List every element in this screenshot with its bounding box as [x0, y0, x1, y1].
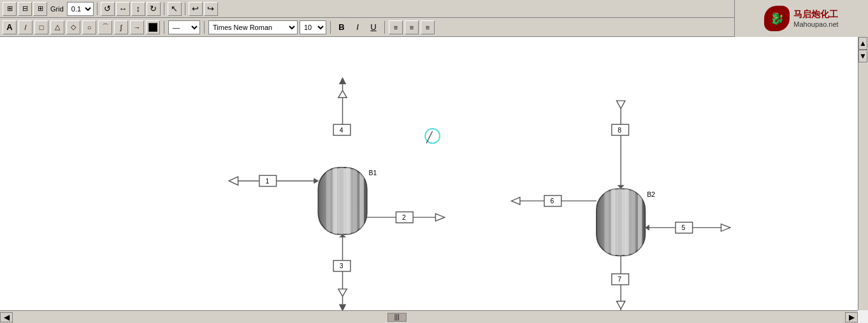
svg-rect-7	[346, 168, 351, 234]
stream7-bottom-arrow	[616, 301, 625, 309]
node5-label: 5	[681, 224, 685, 231]
separator-5	[204, 21, 205, 34]
stream8-top-arrow	[616, 101, 625, 108]
line-style-select[interactable]: — - - ···	[168, 20, 200, 34]
svg-rect-6	[340, 168, 344, 234]
stream6-left-arrow	[512, 197, 520, 205]
align-center-icon[interactable]: ≡	[405, 20, 419, 34]
cursor	[425, 129, 440, 143]
font-name-select[interactable]: Times New Roman	[208, 20, 298, 34]
scroll-indicator: |||	[394, 313, 400, 320]
svg-rect-14	[618, 189, 622, 255]
scroll-up-btn[interactable]: ▲	[858, 37, 867, 50]
watermark-line1: 马启炮化工	[793, 9, 838, 20]
line-tool-icon[interactable]: /	[18, 20, 33, 34]
flip-h-icon[interactable]: ↔	[116, 2, 130, 16]
stream3-arrowhead2	[339, 304, 346, 310]
stream4-top-arrow	[338, 90, 347, 97]
triangle-tool-icon[interactable]: △	[50, 20, 64, 34]
rect-tool-icon[interactable]: □	[34, 20, 48, 34]
separator-6	[330, 21, 331, 34]
stream2-right-arrow	[435, 213, 444, 220]
underline-button[interactable]: U	[366, 20, 380, 34]
separator-7	[384, 21, 385, 34]
svg-rect-12	[604, 189, 609, 255]
diamond-tool-icon[interactable]: ◇	[66, 20, 80, 34]
grid-value-select[interactable]: 0.1	[67, 2, 94, 16]
svg-rect-8	[353, 168, 358, 234]
curve-tool-icon[interactable]: ∫	[114, 20, 128, 34]
font-size-select[interactable]: 10	[300, 20, 326, 34]
svg-rect-4	[326, 168, 331, 234]
vessel-b1[interactable]: B1	[318, 168, 377, 234]
vessel-b2[interactable]: B2	[597, 189, 655, 255]
node1-label: 1	[265, 178, 269, 185]
node8-label: 8	[618, 127, 621, 134]
node3-label: 3	[340, 262, 344, 269]
svg-rect-13	[611, 189, 616, 255]
grid-label: Grid	[50, 5, 64, 13]
b2-label: B2	[647, 191, 655, 198]
pointer-icon[interactable]: ↖	[168, 2, 182, 16]
diagram-svg: B1 1 4 2 3	[0, 37, 868, 310]
svg-rect-5	[333, 168, 337, 234]
italic-button[interactable]: I	[351, 20, 365, 34]
vertical-scrollbar[interactable]: ▲ ▼	[858, 37, 868, 310]
separator-3	[185, 3, 185, 15]
bold-button[interactable]: B	[335, 20, 349, 34]
svg-rect-17	[638, 189, 642, 255]
color-fill-btn[interactable]	[146, 20, 160, 34]
svg-rect-9	[359, 168, 364, 234]
snap-icon[interactable]: ⊞	[3, 2, 17, 16]
horizontal-scrollbar[interactable]: ◀ ||| ▶	[0, 310, 858, 323]
svg-rect-16	[631, 189, 635, 255]
svg-line-19	[426, 131, 433, 143]
separator-4	[164, 21, 164, 34]
rotate-left-icon[interactable]: ↺	[101, 2, 115, 16]
arrow-tool-icon[interactable]: →	[130, 20, 144, 34]
node6-label: 6	[551, 197, 554, 205]
watermark: 🐉 马启炮化工 Mahoupao.net	[734, 0, 868, 37]
redo-icon[interactable]: ↪	[204, 2, 218, 16]
stream3-bottom-arrow	[338, 289, 347, 296]
stream5-right-arrow	[721, 224, 730, 231]
scrollbar-track[interactable]: |||	[13, 312, 845, 322]
stream4-arrowhead	[339, 77, 346, 84]
scroll-right-btn[interactable]: ▶	[845, 312, 858, 322]
stream5-arrowhead	[645, 225, 649, 231]
scrollbar-thumb[interactable]: |||	[387, 313, 407, 322]
align-right-icon[interactable]: ≡	[421, 20, 435, 34]
text-tool-icon[interactable]: A	[3, 20, 17, 34]
watermark-line2: Mahoupao.net	[793, 20, 838, 28]
svg-rect-15	[625, 189, 629, 255]
stream1-arrowhead	[314, 178, 319, 183]
canvas-area[interactable]: B1 1 4 2 3	[0, 37, 868, 310]
undo-icon[interactable]: ↩	[189, 2, 203, 16]
separator-1	[97, 3, 98, 15]
arc-tool-icon[interactable]: ⌒	[98, 20, 112, 34]
b1-label: B1	[369, 169, 377, 176]
circle-tool-icon[interactable]: ○	[82, 20, 96, 34]
scroll-down-btn[interactable]: ▼	[858, 50, 867, 62]
stream1-left-arrow	[229, 176, 238, 185]
align-left-icon[interactable]: ≡	[389, 20, 403, 34]
rotate-right-icon[interactable]: ↻	[147, 2, 161, 16]
node2-label: 2	[402, 214, 406, 221]
grid-snap-icon[interactable]: ⊞	[33, 2, 47, 16]
flip-v-icon[interactable]: ↕	[131, 2, 145, 16]
grid-icon[interactable]: ⊟	[18, 2, 32, 16]
separator-2	[164, 3, 164, 15]
node7-label: 7	[618, 276, 621, 283]
node4-label: 4	[340, 127, 344, 134]
scroll-left-btn[interactable]: ◀	[0, 312, 13, 322]
